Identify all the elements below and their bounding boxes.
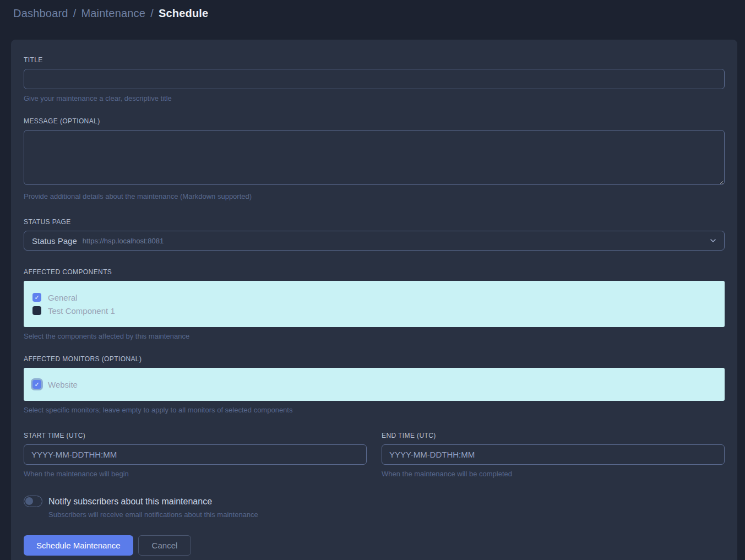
breadcrumb-maintenance[interactable]: Maintenance bbox=[81, 7, 145, 20]
component-checkbox-row-test-component-1[interactable]: ✓ Test Component 1 bbox=[32, 304, 716, 317]
title-helper: Give your maintenance a clear, descripti… bbox=[24, 94, 725, 102]
notify-toggle[interactable] bbox=[24, 496, 42, 507]
checkmark-icon: ✓ bbox=[34, 295, 39, 301]
checkmark-icon: ✓ bbox=[34, 382, 39, 388]
start-time-helper: When the maintenance will begin bbox=[24, 470, 367, 478]
checkbox-website[interactable]: ✓ bbox=[32, 380, 41, 389]
notify-helper: Subscribers will receive email notificat… bbox=[48, 510, 725, 519]
component-checkbox-row-general[interactable]: ✓ General bbox=[32, 291, 716, 304]
status-page-select[interactable]: Status Page https://hsp.localhost:8081 bbox=[24, 231, 725, 251]
start-time-group: START TIME (UTC) When the maintenance wi… bbox=[24, 432, 367, 478]
checkbox-label-test-component-1: Test Component 1 bbox=[48, 306, 115, 316]
checkbox-label-website: Website bbox=[48, 380, 78, 389]
affected-components-label: AFFECTED COMPONENTS bbox=[24, 268, 725, 276]
start-time-input[interactable] bbox=[24, 444, 367, 465]
checkbox-general[interactable]: ✓ bbox=[32, 293, 41, 302]
top-bar: Dashboard / Maintenance / Schedule bbox=[0, 0, 745, 26]
message-helper: Provide additional details about the mai… bbox=[24, 192, 725, 200]
notify-label: Notify subscribers about this maintenanc… bbox=[48, 497, 212, 507]
breadcrumb-separator: / bbox=[150, 7, 154, 20]
end-time-input[interactable] bbox=[382, 444, 725, 465]
title-label: TITLE bbox=[24, 56, 725, 64]
affected-monitors-panel: ✓ Website bbox=[24, 368, 725, 401]
start-time-label: START TIME (UTC) bbox=[24, 432, 367, 439]
breadcrumb-dashboard[interactable]: Dashboard bbox=[13, 7, 68, 20]
breadcrumb-separator: / bbox=[73, 7, 77, 20]
checkbox-test-component-1[interactable]: ✓ bbox=[32, 306, 41, 315]
end-time-label: END TIME (UTC) bbox=[382, 432, 725, 439]
message-group: MESSAGE (OPTIONAL) Provide additional de… bbox=[24, 117, 725, 200]
status-page-group: STATUS PAGE Status Page https://hsp.loca… bbox=[24, 218, 725, 251]
status-page-selected-name: Status Page bbox=[32, 236, 77, 246]
monitor-checkbox-row-website[interactable]: ✓ Website bbox=[32, 378, 716, 391]
toggle-knob bbox=[25, 497, 33, 505]
message-label: MESSAGE (OPTIONAL) bbox=[24, 117, 725, 125]
title-input[interactable] bbox=[24, 69, 725, 89]
form-actions: Schedule Maintenance Cancel bbox=[24, 535, 725, 556]
affected-components-helper: Select the components affected by this m… bbox=[24, 332, 725, 340]
checkbox-label-general: General bbox=[48, 293, 77, 302]
end-time-helper: When the maintenance will be completed bbox=[382, 470, 725, 478]
breadcrumb-schedule: Schedule bbox=[159, 7, 209, 20]
time-row: START TIME (UTC) When the maintenance wi… bbox=[24, 432, 725, 478]
schedule-maintenance-form-card: TITLE Give your maintenance a clear, des… bbox=[11, 40, 737, 560]
breadcrumb: Dashboard / Maintenance / Schedule bbox=[13, 7, 208, 20]
message-textarea[interactable] bbox=[24, 130, 725, 185]
affected-monitors-label: AFFECTED MONITORS (OPTIONAL) bbox=[24, 355, 725, 363]
notify-group: Notify subscribers about this maintenanc… bbox=[24, 496, 725, 519]
affected-components-panel: ✓ General ✓ Test Component 1 bbox=[24, 281, 725, 327]
status-page-label: STATUS PAGE bbox=[24, 218, 725, 226]
title-group: TITLE Give your maintenance a clear, des… bbox=[24, 56, 725, 102]
affected-monitors-group: AFFECTED MONITORS (OPTIONAL) ✓ Website S… bbox=[24, 355, 725, 414]
end-time-group: END TIME (UTC) When the maintenance will… bbox=[382, 432, 725, 478]
cancel-button[interactable]: Cancel bbox=[138, 535, 192, 556]
chevron-down-icon bbox=[709, 237, 717, 244]
affected-monitors-helper: Select specific monitors; leave empty to… bbox=[24, 406, 725, 414]
schedule-maintenance-button[interactable]: Schedule Maintenance bbox=[24, 535, 133, 556]
status-page-selected-url: https://hsp.localhost:8081 bbox=[83, 237, 164, 245]
affected-components-group: AFFECTED COMPONENTS ✓ General ✓ Test Com… bbox=[24, 268, 725, 340]
notify-toggle-row: Notify subscribers about this maintenanc… bbox=[24, 496, 725, 507]
